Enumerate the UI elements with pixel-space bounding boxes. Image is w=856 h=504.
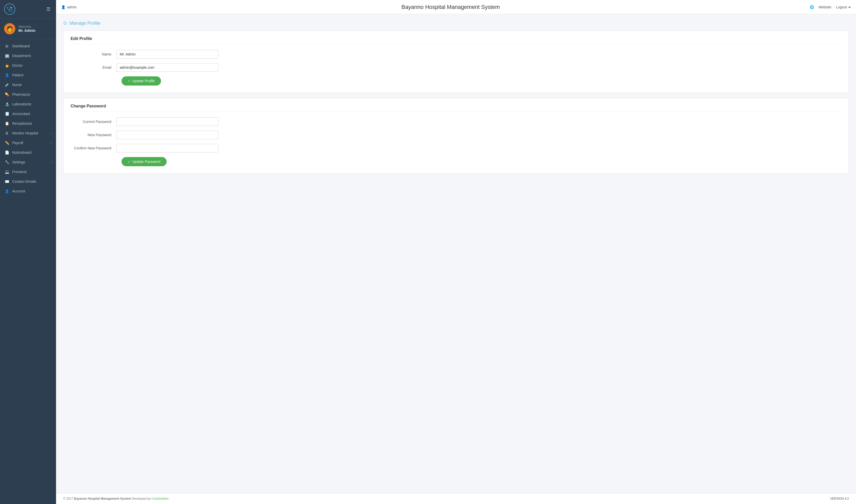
- email-row: Email: [71, 63, 841, 72]
- footer-app-name: Bayanno Hospital Management System: [74, 497, 131, 501]
- pharmacist-icon: 💊: [4, 92, 9, 96]
- sidebar-item-label: Noticeboard: [12, 150, 32, 155]
- update-password-check-icon: ✓: [128, 160, 131, 164]
- receptionist-icon: 📋: [4, 122, 9, 126]
- sidebar-item-receptionist[interactable]: 📋 Receptionist: [0, 119, 56, 128]
- sidebar-item-doctor[interactable]: 👨 Doctor: [0, 60, 56, 70]
- accountant-icon: 🧾: [4, 112, 9, 116]
- content-area: ⊙ Manage Profile Edit Profile Name Email…: [56, 14, 856, 493]
- email-label: Email: [71, 66, 117, 70]
- hamburger-icon: ☰: [46, 6, 50, 12]
- sidebar-item-pharmacist[interactable]: 💊 Pharmacist: [0, 90, 56, 99]
- dashboard-icon: ⊞: [4, 44, 9, 48]
- sidebar-item-label: Department: [12, 54, 31, 58]
- sidebar-item-monitor-hospital[interactable]: 🖥 Monitor Hospital ›: [0, 128, 56, 138]
- sidebar-item-noticeboard[interactable]: 📄 Noticeboard: [0, 148, 56, 157]
- user-section: 🧑 Welcome, Mr. Admin: [0, 19, 56, 39]
- hamburger-button[interactable]: ☰: [45, 5, 52, 13]
- chevron-right-icon: ›: [50, 141, 51, 144]
- edit-profile-title: Edit Profile: [71, 36, 841, 44]
- sidebar-item-dashboard[interactable]: ⊞ Dashboard: [0, 41, 56, 51]
- user-info: Welcome, Mr. Admin: [18, 25, 35, 33]
- user-name: Mr. Admin: [18, 29, 35, 33]
- name-row: Name: [71, 50, 841, 58]
- sidebar-item-frontend[interactable]: 💻 Frontend: [0, 167, 56, 177]
- confirm-password-label: Confirm New Password: [71, 146, 117, 150]
- payroll-icon: ✏️: [4, 141, 9, 145]
- nurse-icon: 💉: [4, 83, 9, 87]
- sidebar-item-label: Settings: [12, 160, 25, 164]
- chevron-right-icon: ›: [50, 161, 51, 164]
- sidebar-item-label: Payroll: [12, 141, 23, 145]
- frontend-icon: 💻: [4, 170, 9, 174]
- footer-developed-by: Developed by: [132, 497, 151, 501]
- page-title: Bayanno Hospital Management System: [92, 4, 810, 11]
- main-content: 👤 admin Bayanno Hospital Management Syst…: [56, 0, 856, 504]
- update-profile-button[interactable]: ✓ Update Profile: [122, 76, 161, 86]
- contact-emails-icon: ✉️: [4, 179, 9, 183]
- manage-profile-label: Manage Profile: [70, 21, 100, 26]
- sidebar-item-settings[interactable]: 🔧 Settings ›: [0, 157, 56, 167]
- sidebar-item-department[interactable]: 🏢 Department: [0, 51, 56, 60]
- avatar: 🧑: [4, 23, 15, 34]
- sidebar-item-label: Doctor: [12, 64, 23, 68]
- sidebar-item-patient[interactable]: 👤 Patient: [0, 70, 56, 80]
- update-profile-label: Update Profile: [132, 79, 155, 83]
- sidebar-item-payroll[interactable]: ✏️ Payroll ›: [0, 138, 56, 148]
- update-profile-check-icon: ✓: [128, 79, 131, 83]
- update-password-btn-row: ✓ Update Password: [71, 157, 841, 166]
- admin-label: admin: [67, 5, 77, 9]
- new-password-label: New Password: [71, 133, 117, 137]
- footer-developer-link[interactable]: Creativeitem: [151, 497, 169, 501]
- update-profile-btn-row: ✓ Update Profile: [71, 76, 841, 86]
- footer: © 2017 Bayanno Hospital Management Syste…: [56, 493, 856, 504]
- current-password-input[interactable]: [117, 118, 218, 126]
- sidebar-item-label: Laboratorist: [12, 102, 31, 106]
- patient-icon: 👤: [4, 73, 9, 77]
- footer-version: VERSION 4.2: [830, 497, 849, 501]
- sidebar-item-label: Account: [12, 189, 25, 193]
- email-input[interactable]: [117, 63, 218, 72]
- sidebar-item-account[interactable]: 👤 Account: [0, 186, 56, 196]
- sidebar-item-label: Frontend: [12, 170, 27, 174]
- topbar-left: 👤 admin: [61, 5, 92, 9]
- confirm-password-row: Confirm New Password: [71, 144, 841, 152]
- confirm-password-input[interactable]: [117, 144, 218, 152]
- topbar: 👤 admin Bayanno Hospital Management Syst…: [56, 0, 856, 14]
- sidebar-item-contact-emails[interactable]: ✉️ Contact Emails: [0, 177, 56, 186]
- website-link[interactable]: Website: [819, 5, 831, 9]
- monitor-hospital-icon: 🖥: [4, 131, 9, 135]
- account-icon: 👤: [4, 189, 9, 193]
- sidebar-item-label: Monitor Hospital: [12, 131, 38, 135]
- doctor-icon: 👨: [4, 64, 9, 68]
- sidebar-item-laboratorist[interactable]: 🔬 Laboratorist: [0, 99, 56, 109]
- logout-link[interactable]: Logout ➜: [836, 5, 851, 9]
- current-password-label: Current Password: [71, 120, 117, 124]
- sidebar-item-accountant[interactable]: 🧾 Accountant: [0, 109, 56, 119]
- edit-profile-card: Edit Profile Name Email ✓ Update Profile: [63, 31, 849, 93]
- update-password-button[interactable]: ✓ Update Password: [122, 157, 167, 166]
- sidebar-item-label: Receptionist: [12, 122, 32, 126]
- chevron-right-icon: ›: [50, 131, 51, 134]
- noticeboard-icon: 📄: [4, 150, 9, 155]
- name-input[interactable]: [117, 50, 218, 58]
- sidebar-item-label: Dashboard: [12, 44, 30, 48]
- footer-copyright: © 2017 Bayanno Hospital Management Syste…: [63, 497, 169, 501]
- new-password-row: New Password: [71, 130, 841, 139]
- department-icon: 🏢: [4, 54, 9, 58]
- sidebar: 🩺 ☰ 🧑 Welcome, Mr. Admin ⊞ Dashboard 🏢 D…: [0, 0, 56, 504]
- new-password-input[interactable]: [117, 130, 218, 139]
- sidebar-item-label: Patient: [12, 73, 23, 77]
- change-password-card: Change Password Current Password New Pas…: [63, 98, 849, 174]
- topbar-right: 🌐 Website Logout ➜: [810, 5, 851, 9]
- settings-icon: 🔧: [4, 160, 9, 164]
- sidebar-header: 🩺 ☰: [0, 0, 56, 19]
- sidebar-item-nurse[interactable]: 💉 Nurse: [0, 80, 56, 90]
- manage-profile-heading: ⊙ Manage Profile: [63, 20, 849, 26]
- sidebar-item-label: Accountant: [12, 112, 30, 116]
- sidebar-item-label: Nurse: [12, 83, 22, 87]
- change-password-title: Change Password: [71, 104, 841, 112]
- logo-icon: 🩺: [4, 3, 15, 15]
- sidebar-item-label: Pharmacist: [12, 92, 30, 96]
- website-icon: 🌐: [810, 5, 814, 9]
